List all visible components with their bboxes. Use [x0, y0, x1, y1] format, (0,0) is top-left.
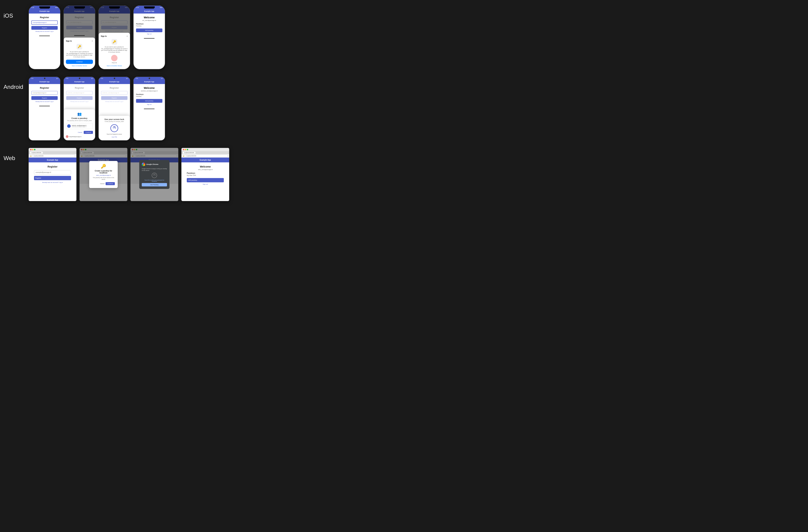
android-label: Android [3, 77, 25, 90]
web-1-tab[interactable]: localhost:8043/46 [30, 152, 43, 154]
android-2-small-avatar: R [66, 135, 68, 138]
ios-1-email-input[interactable]: example@passage.id [31, 20, 58, 24]
fingerprint-icon [110, 124, 118, 132]
ios-screen-2: 5:08 ●●● Example App Register ios_user@p… [63, 5, 95, 70]
android-4-add-passkey-btn[interactable]: Add passkey [136, 99, 162, 103]
ios-2-modal-text: Do you want to save a passkey for "ios_u… [66, 51, 93, 58]
ios-2-another-device-link[interactable]: Save on Another Device [66, 65, 93, 67]
ios-2-modal-overlay: Sign In ✕ 🔑 Do you want to save a passke… [64, 6, 95, 69]
ios-1-title: Register [31, 16, 58, 19]
web-2-modal-user: web_user@passage.id [92, 175, 115, 176]
web-2-continue-btn[interactable]: Continue [106, 182, 115, 185]
web-2-cancel-btn[interactable]: Cancel [100, 182, 105, 185]
android-camera [114, 78, 115, 79]
ios-4-content: Welcome ios_user@passage.id Passkeys: Pa… [133, 14, 165, 37]
web-1-register-btn[interactable]: Register [34, 176, 71, 180]
minimize-dot[interactable] [185, 149, 186, 150]
android-2-passkey-icon: 👥 [66, 112, 93, 116]
ios-4-passkeys-label: Passkeys: [136, 23, 162, 25]
android-screen-1: 5:00 ▲● Example App Register example@pas… [29, 77, 60, 141]
web-screen-1: localhost:8043/46 🔒 localhost:8043/46 Ex… [29, 148, 77, 201]
android-4-welcome-email: android_user@passage.id [136, 90, 162, 92]
android-2-bottom-email: R rikapofile@passage.id [66, 135, 93, 138]
web-2-modal-btns: Cancel Continue [92, 182, 115, 185]
web-4-add-passkey-btn[interactable]: Add passkey [187, 178, 224, 182]
maximize-dot[interactable] [34, 149, 35, 150]
ios-4-sign-out-link[interactable]: Sign out [136, 33, 162, 35]
ios-4-add-passkey-btn[interactable]: Add passkey [136, 29, 162, 32]
web-3-chrome-title: Google Chrome [146, 163, 159, 165]
web-1-login-link[interactable]: Already have an account? Log in [34, 182, 71, 183]
ios-1-login-link[interactable]: Already have an account? Log in [31, 31, 58, 32]
android-4-passkeys-value: Passkey [136, 96, 162, 97]
android-3-header: Example App [99, 80, 130, 84]
ios-label: iOS [3, 5, 25, 19]
ios-3-another-device-link[interactable]: Save on Another Device [101, 65, 128, 67]
ios-4-status: 5:09 ●●● [133, 6, 165, 9]
ios-1-status: 5:05 ●●● [29, 6, 60, 9]
android-3-status: 5:01 ▲● [99, 77, 130, 80]
web-4-address-input[interactable]: localhost:8043/46 [185, 155, 228, 157]
android-screen-4: 5:01 ▲● Example App Welcome android_user… [133, 77, 165, 141]
ios-2-continue-btn[interactable]: Continue [66, 60, 93, 64]
chrome-logo-icon [142, 163, 145, 166]
android-3-register-btn[interactable]: Register [101, 96, 128, 100]
web-4-addressbar: 🔒 localhost:8043/46 [181, 154, 229, 158]
web-1-address-input[interactable]: localhost:8043/46 [32, 155, 75, 157]
ios-screen-4: 5:09 ●●● Example App Welcome ios_user@pa… [133, 5, 165, 70]
minimize-dot[interactable] [32, 149, 34, 150]
android-3-content: Register android_user@passage.id Registe… [99, 84, 130, 105]
android-4-sign-out-link[interactable]: Sign out [136, 104, 162, 105]
android-1-email-input[interactable]: example@passage.id [31, 91, 58, 95]
ios-3-modal: Sign In ✕ 🔑 Do you want to save a passke… [99, 33, 130, 69]
web-3-chrome-modal: Google Chrome Google Chrome is trying to… [139, 160, 169, 189]
web-4-welcome-email: web_user@passage.id [187, 169, 224, 170]
android-3-modal: Use your screen lock Create passkey for … [99, 116, 130, 140]
android-camera [149, 78, 150, 79]
android-2-cancel-btn[interactable]: Cancel [78, 131, 82, 134]
web-1-title: Register [34, 165, 71, 168]
android-2-login-link[interactable]: Already have an account? Log in [66, 101, 93, 102]
close-dot[interactable] [30, 149, 32, 150]
close-dot[interactable] [183, 149, 184, 150]
faceid-label: Face ID [101, 62, 128, 63]
android-2-register-btn[interactable]: Register [66, 96, 93, 100]
ios-1-register-btn[interactable]: Register [31, 26, 58, 30]
chrome-pin-link[interactable]: Touch ID or enter your password for "loc… [142, 180, 167, 182]
web-3-use-passkey-btn[interactable]: Use Passkey [142, 183, 167, 186]
android-1-register-btn[interactable]: Register [31, 96, 58, 100]
android-3-email-input[interactable]: android_user@passage.id [101, 91, 128, 95]
maximize-dot[interactable] [187, 149, 188, 150]
ios-2-modal-close[interactable]: ✕ [92, 40, 93, 42]
web-3-modal-overlay: Google Chrome Google Chrome is trying to… [130, 148, 178, 201]
web-4-titlebar [181, 148, 229, 151]
web-2-modal-overlay: 🔑 Create a passkey for localhost web_use… [79, 148, 127, 201]
ios-3-modal-title: Sign In [101, 35, 107, 37]
android-2-email-input[interactable]: android_user@passage.id [66, 91, 93, 95]
ios-3-modal-overlay: Sign In ✕ 🔑 Do you want to save a passke… [99, 6, 130, 69]
main-container: iOS 5:05 ●●● Example App Register exampl… [3, 5, 805, 201]
ios-3-modal-close[interactable]: ✕ [126, 35, 128, 37]
ios-2-passkey-icon: 🔑 [77, 44, 82, 50]
ios-screen-3: 5:09 ●●● Example App Register ios_user@p… [98, 5, 130, 70]
chrome-fingerprint-icon [152, 173, 157, 178]
web-1-traffic-lights [30, 149, 35, 150]
android-2-modal: 👥 Create a passkey This passkey will be … [64, 109, 95, 140]
web-1-email-input[interactable] [34, 170, 71, 175]
web-4-passkeys-label: Passkeys: [187, 172, 224, 174]
android-1-login-link[interactable]: Already have an account? Log in [31, 101, 58, 102]
web-4-tab[interactable]: localhost:8043/46 [183, 152, 196, 154]
ios-2-modal-header: Sign In ✕ [66, 40, 93, 42]
web-4-sign-out-link[interactable]: Sign out [187, 183, 224, 185]
android-2-user-row: 👤 android_user@passage.id android_user@p… [66, 123, 93, 129]
android-2-modal-title: Create a passkey [66, 117, 93, 119]
android-3-pin-link[interactable]: Use PIN [101, 136, 128, 138]
android-3-login-link[interactable]: Already have an account? Log in [101, 101, 128, 102]
web-4-tabbar: localhost:8043/46 [181, 151, 229, 154]
web-4-content: Welcome web_user@passage.id Passkeys: My… [181, 162, 229, 188]
android-2-continue-btn[interactable]: Continue [84, 131, 93, 134]
web-4-app-header: Example App [181, 158, 229, 162]
ios-3-passkey-icon: 🔑 [111, 39, 117, 45]
android-2-title: Register [66, 87, 93, 89]
web-label: Web [3, 148, 25, 162]
